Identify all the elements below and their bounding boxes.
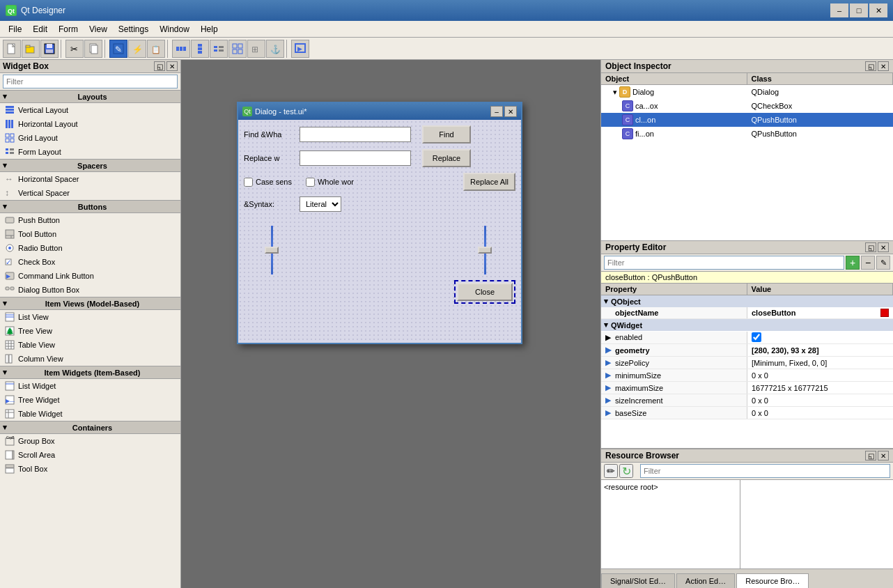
widget-column-view[interactable]: Column View [0, 352, 180, 366]
widget-scroll-area[interactable]: Scroll Area [0, 448, 180, 462]
pe-add-property-btn[interactable]: + [846, 256, 860, 270]
layout-horiz-button[interactable] [172, 40, 190, 58]
rb-tree[interactable]: <resource root> [601, 480, 740, 568]
pe-row-maximumsize[interactable]: ▶ maximumSize 16777215 x 16777215 [601, 382, 893, 394]
tab-signal-slot[interactable]: Signal/Slot Ed… [601, 573, 675, 588]
pe-val-minimumsize[interactable]: 0 x 0 [747, 370, 893, 381]
replace-button[interactable]: Replace [422, 149, 471, 167]
layout-break-button[interactable]: ⊞ [247, 40, 265, 58]
pe-section-qobject[interactable]: ▾ QObject [601, 295, 893, 307]
rb-filter-input[interactable] [640, 464, 890, 478]
oi-row-checkbox[interactable]: C ca...ox QCheckBox [601, 99, 893, 113]
menu-form[interactable]: Form [53, 23, 84, 36]
layout-anchor-button[interactable]: ⚓ [266, 40, 284, 58]
widget-horizontal-layout[interactable]: Horizontal Layout [0, 117, 180, 131]
signal-edit-button[interactable]: ⚡ [128, 40, 146, 58]
pe-val-sizeincrement[interactable]: 0 x 0 [747, 395, 893, 406]
close-button[interactable]: Close [457, 283, 513, 301]
sizeincrement-expand[interactable]: ▶ [605, 396, 614, 405]
pe-section-qwidget[interactable]: ▾ QWidget [601, 319, 893, 331]
widget-command-link-button[interactable]: ▶ Command Link Button [0, 269, 180, 283]
section-item-widgets[interactable]: ▾ Item Widgets (Item-Based) [0, 366, 180, 379]
tab-action-editor[interactable]: Action Ed… [676, 573, 735, 588]
cut-button[interactable]: ✂ [65, 40, 84, 58]
menu-window[interactable]: Window [154, 23, 195, 36]
reset-objectname-btn[interactable] [880, 309, 889, 317]
pe-row-sizepolicy[interactable]: ▶ sizePolicy [Minimum, Fixed, 0, 0] [601, 357, 893, 369]
widget-list-view[interactable]: List View [0, 310, 180, 324]
layout-vert-button[interactable] [191, 40, 209, 58]
oi-row-dialog[interactable]: ▾ D Dialog QDialog [601, 85, 893, 99]
pe-float-btn[interactable]: ◱ [865, 242, 876, 252]
widget-check-box[interactable]: ✓ Check Box [0, 255, 180, 269]
menu-view[interactable]: View [84, 23, 113, 36]
section-spacers[interactable]: ▾ Spacers [0, 159, 180, 172]
menu-file[interactable]: File [3, 23, 27, 36]
new-button[interactable] [3, 40, 21, 58]
menu-settings[interactable]: Settings [113, 23, 154, 36]
sizepolicy-expand[interactable]: ▶ [605, 358, 614, 367]
pe-val-objectname[interactable]: closeButton [747, 307, 893, 318]
pe-row-objectname[interactable]: objectName closeButton [601, 307, 893, 319]
oi-row-closebutton[interactable]: C cl...on QPushButton [601, 113, 893, 127]
menu-help[interactable]: Help [195, 23, 224, 36]
menu-edit[interactable]: Edit [27, 23, 53, 36]
widget-tree-view[interactable]: 🌲 Tree View [0, 324, 180, 338]
widget-dialog-button-box[interactable]: Dialog Button Box [0, 283, 180, 297]
layout-form-button[interactable] [210, 40, 228, 58]
preview-button[interactable]: ▶ [291, 40, 309, 58]
widget-box-float[interactable]: ◱ [154, 61, 165, 71]
pe-val-basesize[interactable]: 0 x 0 [747, 408, 893, 419]
rb-pencil-btn[interactable]: ✏ [604, 464, 618, 478]
maximumsize-expand[interactable]: ▶ [605, 383, 614, 392]
replace-all-button[interactable]: Replace All [463, 173, 515, 191]
right-slider-container[interactable] [478, 226, 492, 274]
widget-push-button[interactable]: Push Button [0, 213, 180, 227]
tab-resource-browser[interactable]: Resource Bro… [736, 573, 809, 588]
oi-expand-dialog[interactable]: ▾ [611, 88, 619, 97]
whole-words-checkbox[interactable] [306, 178, 315, 187]
oi-close-btn[interactable]: ✕ [878, 61, 889, 71]
pe-val-sizepolicy[interactable]: [Minimum, Fixed, 0, 0] [747, 357, 893, 369]
pe-row-basesize[interactable]: ▶ baseSize 0 x 0 [601, 407, 893, 419]
case-sensitive-checkbox[interactable] [244, 178, 253, 187]
widget-vertical-spacer[interactable]: ↕ Vertical Spacer [0, 186, 180, 200]
widget-list-widget[interactable]: List Widget [0, 379, 180, 393]
pe-filter-input[interactable] [604, 256, 844, 270]
dialog-close-win-btn[interactable]: ✕ [504, 106, 517, 117]
save-button[interactable] [40, 40, 59, 58]
rb-close-btn[interactable]: ✕ [878, 451, 889, 461]
copy-button[interactable] [84, 40, 102, 58]
pe-val-enabled[interactable] [747, 331, 893, 343]
enabled-checkbox[interactable] [752, 332, 761, 342]
section-buttons[interactable]: ▾ Buttons [0, 200, 180, 213]
widget-edit-button[interactable]: ✎ [109, 40, 127, 58]
basesize-expand[interactable]: ▶ [605, 408, 614, 417]
widget-horizontal-spacer[interactable]: ↔ Horizontal Spacer [0, 172, 180, 186]
left-slider[interactable] [265, 226, 279, 274]
pe-row-geometry[interactable]: ▶ geometry [280, 230), 93 x 28] [601, 344, 893, 357]
pe-val-maximumsize[interactable]: 16777215 x 16777215 [747, 382, 893, 394]
rb-refresh-btn[interactable]: ↻ [619, 464, 633, 478]
find-input[interactable] [300, 127, 411, 142]
widget-vertical-layout[interactable]: Vertical Layout [0, 103, 180, 117]
find-button[interactable]: Find [422, 125, 471, 144]
tab-edit-button[interactable]: 📋 [147, 40, 165, 58]
pe-row-enabled[interactable]: ▶ enabled [601, 331, 893, 344]
widget-grid-layout[interactable]: Grid Layout [0, 131, 180, 145]
widget-tool-box[interactable]: Tool Box [0, 462, 180, 476]
pe-row-minimumsize[interactable]: ▶ minimumSize 0 x 0 [601, 369, 893, 382]
open-button[interactable] [22, 40, 40, 58]
widget-table-view[interactable]: Table View [0, 338, 180, 352]
widget-tree-widget[interactable]: ▶— Tree Widget [0, 393, 180, 407]
widget-box-close[interactable]: ✕ [166, 61, 178, 71]
pe-close-btn[interactable]: ✕ [878, 242, 889, 252]
maximize-button[interactable]: □ [850, 3, 868, 17]
widget-tool-button[interactable]: Tool Button [0, 227, 180, 241]
minimize-button[interactable]: – [830, 3, 848, 17]
section-layouts[interactable]: ▾ Layouts [0, 90, 180, 103]
pe-val-geometry[interactable]: [280, 230), 93 x 28] [747, 345, 893, 356]
minimumsize-expand[interactable]: ▶ [605, 371, 614, 380]
rb-float-btn[interactable]: ◱ [865, 451, 876, 461]
oi-row-findbutton[interactable]: C fi...on QPushButton [601, 127, 893, 141]
